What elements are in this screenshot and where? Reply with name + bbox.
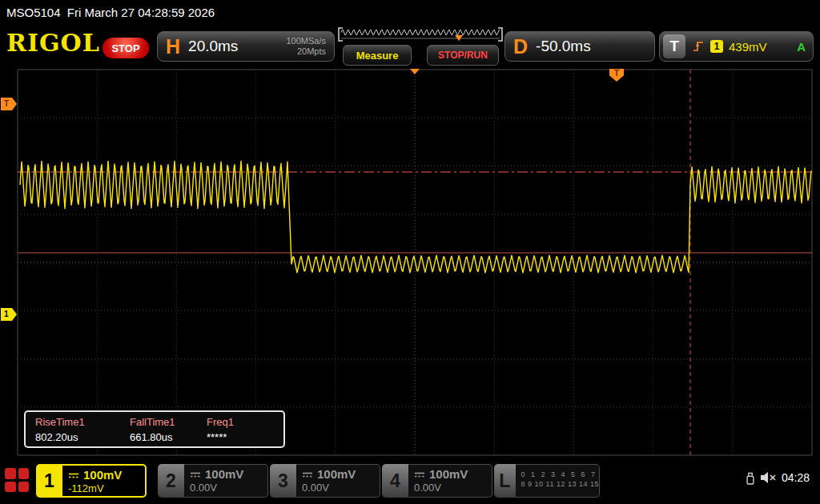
waveform-display[interactable]: T T 1 RiseTime1 802.20us FallTime1 661.8… — [0, 67, 820, 458]
measurement-panel[interactable]: RiseTime1 802.20us FallTime1 661.80us Fr… — [24, 410, 285, 448]
measurement-label: FallTime1 — [130, 416, 207, 428]
channel4-status[interactable]: 4 100mV 0.00V — [382, 464, 492, 498]
channel2-number: 2 — [158, 464, 184, 498]
channel1-offset: -112mV — [68, 482, 145, 494]
measurement-falltime: FallTime1 661.80us — [130, 416, 207, 446]
bottombar: 1 100mV -112mV 2 — [0, 458, 820, 504]
measurement-freq: Freq1 ***** — [207, 416, 283, 446]
horizontal-label: H — [166, 35, 180, 58]
horizontal-scale-box[interactable]: H 20.0ms 100MSa/s 20Mpts — [157, 31, 335, 62]
rigol-logo: RIGOL — [6, 29, 100, 57]
channel1-status[interactable]: 1 100mV -112mV — [36, 464, 147, 498]
speaker-muted-icon — [760, 470, 778, 485]
delay-label: D — [513, 35, 528, 58]
measurement-value: ***** — [207, 431, 283, 443]
trigger-slope-icon — [692, 40, 705, 53]
header: RIGOL STOP H 20.0ms 100MSa/s 20Mpts Meas… — [0, 24, 820, 67]
coupling-icon — [68, 472, 79, 479]
channel3-offset: 0.00V — [302, 482, 380, 494]
memory-depth: 20Mpts — [286, 46, 326, 57]
coupling-icon — [190, 471, 201, 478]
channel2-offset: 0.00V — [190, 482, 267, 494]
logic-channels-status[interactable]: L 0 1 2 3 4 5 6 7 8 9 10 11 12 13 14 15 — [494, 464, 600, 498]
measurement-value: 802.20us — [35, 431, 130, 443]
delay-value: -50.0ms — [536, 38, 591, 55]
trigger-level-value: 439mV — [729, 40, 767, 54]
usb-icon — [745, 470, 756, 487]
measurement-label: RiseTime1 — [35, 416, 130, 428]
trigger-source-badge: 1 — [710, 40, 723, 53]
trigger-mode: A — [797, 40, 806, 54]
sample-rate: 100MSa/s — [286, 36, 326, 46]
horizontal-scale-value: 20.0ms — [188, 38, 238, 55]
channel4-scale: 100mV — [429, 468, 468, 481]
stop-run-button[interactable]: STOP/RUN — [427, 45, 499, 66]
channel4-number: 4 — [382, 464, 408, 498]
channel2-scale: 100mV — [205, 468, 243, 481]
trigger-label: T — [663, 34, 685, 58]
run-state-badge: STOP — [102, 38, 149, 58]
trigger-box[interactable]: T 1 439mV A — [659, 31, 814, 62]
horizontal-center-marker — [410, 69, 420, 74]
delay-box[interactable]: D -50.0ms — [504, 31, 655, 62]
channel4-offset: 0.00V — [414, 482, 492, 494]
measure-button[interactable]: Measure — [343, 45, 412, 66]
oscilloscope-screen: MSO5104 Fri March 27 04:28:59 2026 RIGOL… — [0, 0, 820, 504]
horizontal-position-preview[interactable] — [336, 27, 504, 43]
logic-row1: 0 1 2 3 4 5 6 7 — [521, 470, 599, 479]
coupling-icon — [414, 471, 425, 478]
channel2-status[interactable]: 2 100mV 0.00V — [158, 464, 268, 498]
menu-button[interactable] — [5, 468, 29, 492]
titlebar: MSO5104 Fri March 27 04:28:59 2026 — [0, 0, 820, 24]
clock: 04:28 — [782, 471, 810, 484]
waveform-plot — [0, 67, 820, 458]
channel1-scale: 100mV — [83, 469, 122, 482]
model-date-text: MSO5104 Fri March 27 04:28:59 2026 — [6, 6, 215, 19]
measurement-label: Freq1 — [207, 416, 283, 428]
logic-label: L — [494, 464, 516, 498]
channel3-status[interactable]: 3 100mV 0.00V — [270, 464, 380, 498]
coupling-icon — [302, 471, 313, 478]
channel3-scale: 100mV — [317, 468, 356, 481]
channel1-number: 1 — [36, 464, 62, 498]
measurement-value: 661.80us — [130, 431, 207, 443]
measurement-risetime: RiseTime1 802.20us — [35, 416, 130, 446]
channel3-number: 3 — [270, 464, 296, 498]
logic-row2: 8 9 10 11 12 13 14 15 — [521, 479, 599, 489]
